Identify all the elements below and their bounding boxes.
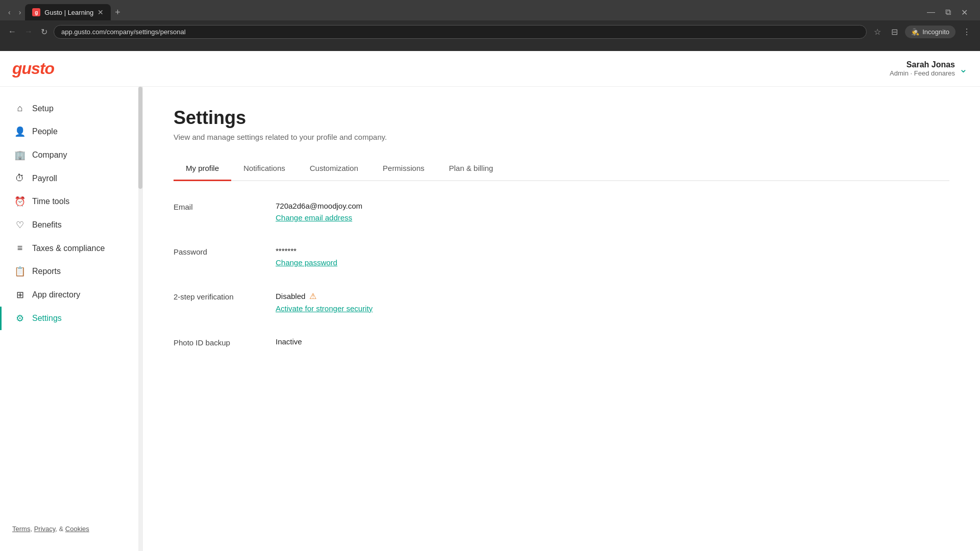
page-subtitle: View and manage settings related to your… xyxy=(174,133,949,141)
password-label: Password xyxy=(174,246,276,256)
back-button[interactable]: ← xyxy=(6,25,18,38)
photo-id-label: Photo ID backup xyxy=(174,337,276,347)
sidebar: ⌂ Setup 👤 People 🏢 Company ⏱ Payroll ⏰ T… xyxy=(0,87,143,551)
tab-nav-back[interactable]: ‹ xyxy=(4,6,15,18)
sidebar-item-company[interactable]: 🏢 Company xyxy=(0,143,142,167)
bookmark-button[interactable]: ☆ xyxy=(871,25,884,39)
reports-icon: 📋 xyxy=(14,266,26,277)
sidebar-item-settings[interactable]: ⚙ Settings xyxy=(0,307,142,330)
cookies-link[interactable]: Cookies xyxy=(65,525,89,533)
chevron-down-icon: ⌄ xyxy=(959,63,968,75)
sidebar-item-label: Reports xyxy=(32,267,61,276)
home-icon: ⌂ xyxy=(14,103,26,114)
two-step-value: Disabled xyxy=(276,292,305,300)
user-role: Admin · Feed donares xyxy=(890,69,955,77)
new-tab-button[interactable]: + xyxy=(111,7,125,18)
people-icon: 👤 xyxy=(14,126,26,137)
url-text: app.gusto.com/company/settings/personal xyxy=(61,28,186,36)
time-icon: ⏰ xyxy=(14,196,26,207)
tab-customization[interactable]: Customization xyxy=(298,158,371,181)
two-step-label: 2-step verification xyxy=(174,291,276,301)
sidebar-item-label: Setup xyxy=(32,104,54,113)
change-password-link[interactable]: Change password xyxy=(276,258,337,267)
maximize-button[interactable]: ⧉ xyxy=(941,7,955,18)
sidebar-item-payroll[interactable]: ⏱ Payroll xyxy=(0,167,142,190)
settings-icon: ⚙ xyxy=(14,313,26,324)
incognito-button[interactable]: 🕵 Incognito xyxy=(905,26,955,38)
sidebar-item-label: Benefits xyxy=(32,220,62,230)
benefits-icon: ♡ xyxy=(14,219,26,231)
email-value-group: 720a2d6a@moodjoy.com Change email addres… xyxy=(276,202,362,222)
verification-status-row: Disabled ⚠ xyxy=(276,291,373,301)
tab-permissions[interactable]: Permissions xyxy=(371,158,437,181)
sidebar-item-reports[interactable]: 📋 Reports xyxy=(0,260,142,283)
warning-icon: ⚠ xyxy=(309,291,316,301)
incognito-icon: 🕵 xyxy=(911,28,919,36)
separator2: , & xyxy=(55,525,65,533)
sidebar-scrollbar[interactable] xyxy=(138,87,142,551)
tab-favicon: g xyxy=(32,8,40,16)
page-title: Settings xyxy=(174,107,949,129)
tab-plan-billing[interactable]: Plan & billing xyxy=(436,158,505,181)
password-value: ******* xyxy=(276,246,337,255)
incognito-label: Incognito xyxy=(922,28,949,36)
sidebar-item-label: Payroll xyxy=(32,174,57,183)
sidebar-toggle-button[interactable]: ⊟ xyxy=(888,25,901,39)
two-step-field-row: 2-step verification Disabled ⚠ Activate … xyxy=(174,291,949,313)
change-email-link[interactable]: Change email address xyxy=(276,213,362,222)
sidebar-item-app-directory[interactable]: ⊞ App directory xyxy=(0,283,142,307)
sidebar-item-label: Company xyxy=(32,151,67,160)
app-header: gusto Sarah Jonas Admin · Feed donares ⌄ xyxy=(0,51,980,87)
reload-button[interactable]: ↻ xyxy=(39,25,50,39)
email-label: Email xyxy=(174,202,276,211)
sidebar-item-time-tools[interactable]: ⏰ Time tools xyxy=(0,190,142,213)
photo-id-field-row: Photo ID backup Inactive xyxy=(174,337,949,347)
photo-id-value: Inactive xyxy=(276,337,302,346)
tab-close-button[interactable]: ✕ xyxy=(97,8,104,16)
app-directory-icon: ⊞ xyxy=(14,289,26,300)
taxes-icon: ≡ xyxy=(14,243,26,254)
sidebar-item-label: Time tools xyxy=(32,197,69,206)
user-menu[interactable]: Sarah Jonas Admin · Feed donares ⌄ xyxy=(890,60,968,77)
address-bar[interactable]: app.gusto.com/company/settings/personal xyxy=(54,25,867,39)
minimize-button[interactable]: — xyxy=(923,7,939,18)
browser-chrome: ‹ › g Gusto | Learning ✕ + — ⧉ ✕ ← → ↻ a… xyxy=(0,0,980,51)
settings-tabs: My profile Notifications Customization P… xyxy=(174,158,949,181)
forward-button[interactable]: → xyxy=(22,25,35,38)
sidebar-footer: Terms, Privacy, & Cookies xyxy=(0,517,142,541)
sidebar-item-setup[interactable]: ⌂ Setup xyxy=(0,97,142,120)
tab-title: Gusto | Learning xyxy=(44,9,93,16)
payroll-icon: ⏱ xyxy=(14,173,26,184)
main-layout: ⌂ Setup 👤 People 🏢 Company ⏱ Payroll ⏰ T… xyxy=(0,87,980,551)
two-step-value-group: Disabled ⚠ Activate for stronger securit… xyxy=(276,291,373,313)
gusto-logo: gusto xyxy=(12,59,54,78)
terms-link[interactable]: Terms xyxy=(12,525,30,533)
app-container: gusto Sarah Jonas Admin · Feed donares ⌄… xyxy=(0,51,980,551)
content-area: Settings View and manage settings relate… xyxy=(143,87,980,551)
tab-my-profile[interactable]: My profile xyxy=(174,158,231,181)
user-name: Sarah Jonas xyxy=(890,60,955,69)
sidebar-item-people[interactable]: 👤 People xyxy=(0,120,142,143)
email-field-row: Email 720a2d6a@moodjoy.com Change email … xyxy=(174,202,949,222)
activate-security-link[interactable]: Activate for stronger security xyxy=(276,304,373,313)
sidebar-item-label: Settings xyxy=(32,314,62,323)
tab-notifications[interactable]: Notifications xyxy=(231,158,298,181)
menu-button[interactable]: ⋮ xyxy=(960,25,974,39)
close-button[interactable]: ✕ xyxy=(957,7,972,18)
photo-id-value-group: Inactive xyxy=(276,337,302,346)
password-value-group: ******* Change password xyxy=(276,246,337,267)
sidebar-item-label: App directory xyxy=(32,290,80,299)
sidebar-item-label: People xyxy=(32,127,58,136)
separator1: , xyxy=(30,525,34,533)
sidebar-item-label: Taxes & compliance xyxy=(32,244,105,253)
sidebar-item-benefits[interactable]: ♡ Benefits xyxy=(0,213,142,237)
email-value: 720a2d6a@moodjoy.com xyxy=(276,202,362,210)
sidebar-scroll-thumb xyxy=(138,87,142,189)
password-field-row: Password ******* Change password xyxy=(174,246,949,267)
company-icon: 🏢 xyxy=(14,149,26,161)
browser-tab-active[interactable]: g Gusto | Learning ✕ xyxy=(25,4,111,20)
privacy-link[interactable]: Privacy xyxy=(34,525,56,533)
sidebar-item-taxes[interactable]: ≡ Taxes & compliance xyxy=(0,237,142,260)
tab-nav-forward[interactable]: › xyxy=(15,6,26,18)
